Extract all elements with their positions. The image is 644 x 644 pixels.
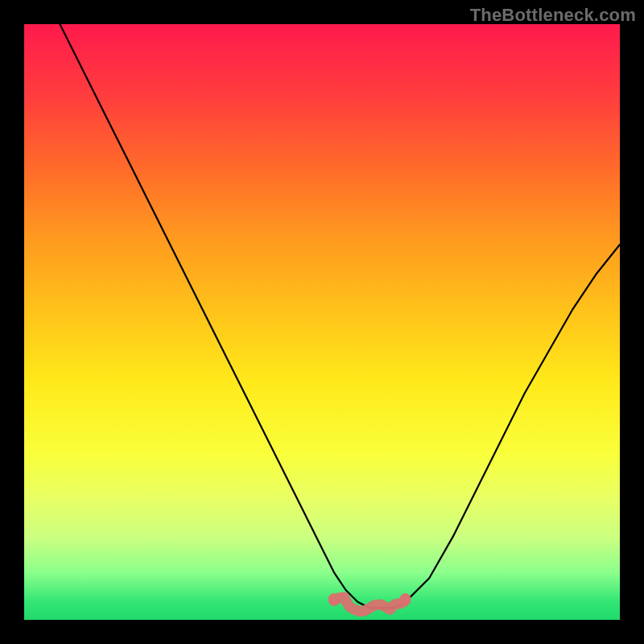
main-curve [60, 24, 620, 608]
curve-svg [24, 24, 620, 620]
marker-dot-left [328, 593, 340, 605]
chart-stage: TheBottleneck.com [0, 0, 644, 644]
plot-area [24, 24, 620, 620]
bottom-marker [334, 597, 406, 612]
watermark-text: TheBottleneck.com [470, 5, 636, 26]
marker-dot-right [400, 593, 411, 605]
